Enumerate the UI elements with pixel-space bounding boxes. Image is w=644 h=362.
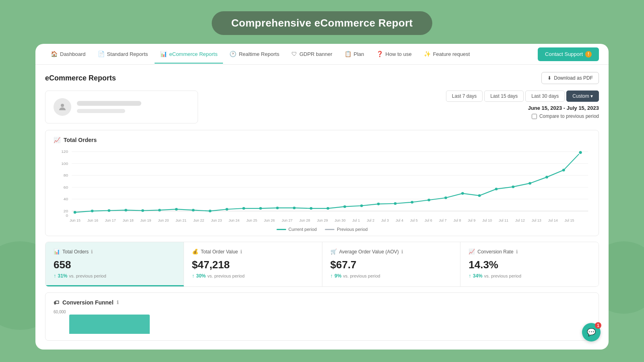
svg-text:120: 120: [61, 149, 68, 154]
svg-point-25: [259, 207, 262, 210]
aov-up-arrow: ↑: [330, 273, 333, 279]
nav-item-realtime-reports[interactable]: 🕐 Realtime Reports: [224, 45, 285, 64]
svg-point-27: [293, 207, 296, 210]
nav-item-how-to-use[interactable]: ❓ How to use: [371, 45, 417, 64]
svg-point-15: [91, 210, 94, 212]
cr-up-arrow: ↑: [469, 273, 471, 279]
nav-item-gdpr-banner[interactable]: 🛡 GDPR banner: [286, 45, 338, 64]
svg-text:40: 40: [64, 197, 68, 201]
funnel-bar-1: [69, 315, 150, 334]
funnel-info-icon[interactable]: ℹ: [117, 300, 119, 305]
trending-icon: 📈: [469, 249, 475, 255]
clock-icon: 🕐: [229, 51, 236, 57]
avatar: [54, 98, 71, 116]
kpi-aov-value: $67.7: [330, 259, 452, 271]
aov-info-icon[interactable]: ℹ: [401, 249, 403, 255]
nav-item-feature-request[interactable]: ✨ Feature request: [418, 45, 476, 64]
kpi-tov-label: 💰 Total Order Value ℹ: [192, 249, 314, 255]
svg-point-36: [444, 197, 447, 200]
funnel-icon: 🏷: [54, 299, 59, 306]
svg-point-30: [343, 205, 346, 208]
chat-badge: 1: [595, 322, 601, 329]
funnel-section: 🏷 Conversion Funnel ℹ 60,000: [45, 292, 599, 341]
content-header: eCommerce Reports ⬇ Download as PDF: [45, 72, 599, 84]
compare-checkbox[interactable]: Compare to previous period: [532, 113, 599, 119]
svg-point-33: [394, 202, 397, 205]
chart-title-label: Total Orders: [64, 137, 97, 143]
tov-info-icon[interactable]: ℹ: [240, 249, 242, 255]
svg-text:20: 20: [64, 209, 68, 213]
total-orders-info-icon[interactable]: ℹ: [91, 249, 93, 255]
svg-point-37: [461, 192, 464, 195]
page-title: eCommerce Reports: [45, 74, 116, 82]
cr-change-label: vs. previous period: [484, 274, 521, 278]
svg-point-35: [427, 199, 430, 202]
kpi-aov[interactable]: 🛒 Average Order Value (AOV) ℹ $67.7 ↑ 9%…: [322, 242, 461, 286]
chat-float-button[interactable]: 💬 1: [582, 323, 601, 341]
contact-support-button[interactable]: Contact Support !: [538, 47, 599, 61]
orders-change-label: vs. previous period: [69, 274, 106, 278]
nav-item-standard-reports[interactable]: 📄 Standard Reports: [92, 45, 154, 64]
main-card: 🏠 Dashboard 📄 Standard Reports 📊 eCommer…: [35, 44, 609, 350]
kpi-total-order-value[interactable]: 💰 Total Order Value ℹ $47,218 ↑ 30% vs. …: [184, 242, 322, 286]
nav-item-plan[interactable]: 📋 Plan: [339, 45, 370, 64]
cart-icon: 🛒: [330, 249, 337, 255]
svg-point-40: [512, 185, 514, 188]
date-range: June 15, 2023 - July 15, 2023: [528, 105, 599, 111]
nav-item-dashboard[interactable]: 🏠 Dashboard: [45, 45, 91, 64]
orders-up-arrow: ↑: [54, 273, 56, 279]
kpi-cr-change: ↑ 34% vs. previous period: [469, 273, 590, 279]
orders-icon: 📊: [54, 249, 60, 255]
svg-point-42: [545, 176, 548, 179]
profile-info: [77, 101, 190, 113]
svg-point-14: [74, 211, 76, 214]
nav-item-ecommerce-reports[interactable]: 📊 eCommerce Reports: [155, 45, 223, 64]
kpi-tov-value: $47,218: [192, 259, 314, 271]
chart-area: 120 100 80 60 40 20 0: [54, 147, 590, 224]
content-area: eCommerce Reports ⬇ Download as PDF: [35, 65, 609, 348]
total-orders-chart-section: 📈 Total Orders 120 100 80 60: [45, 130, 599, 236]
shield-icon: 🛡: [291, 51, 297, 57]
profile-line-2: [77, 109, 125, 113]
svg-text:80: 80: [64, 173, 68, 177]
nav-bar: 🏠 Dashboard 📄 Standard Reports 📊 eCommer…: [35, 44, 609, 65]
legend-previous-label: Previous period: [337, 227, 367, 232]
contact-support-label: Contact Support: [545, 51, 583, 57]
date-btn-7days[interactable]: Last 7 days: [446, 90, 483, 102]
nav-label-dashboard: Dashboard: [60, 51, 86, 57]
nav-label-standard-reports: Standard Reports: [107, 51, 148, 57]
nav-label-how-to-use: How to use: [386, 51, 412, 57]
kpi-total-orders-value: 658: [54, 259, 175, 271]
chart-title-icon: 📈: [54, 137, 60, 143]
orders-change-pct: 31%: [58, 273, 68, 279]
tov-change-pct: 30%: [196, 273, 206, 279]
kpi-conversion-rate[interactable]: 📈 Conversion Rate ℹ 14.3% ↑ 34% vs. prev…: [460, 242, 599, 286]
nav-label-feature-request: Feature request: [433, 51, 470, 57]
svg-point-39: [495, 188, 498, 191]
download-label: Download as PDF: [554, 75, 593, 81]
svg-point-26: [276, 207, 279, 210]
svg-point-43: [562, 169, 565, 172]
kpi-total-orders-label: 📊 Total Orders ℹ: [54, 249, 175, 255]
kpi-total-orders-change: ↑ 31% vs. previous period: [54, 273, 175, 279]
svg-point-16: [108, 209, 111, 212]
date-btn-30days[interactable]: Last 30 days: [525, 90, 565, 102]
date-btn-custom[interactable]: Custom ▾: [566, 90, 599, 102]
legend-swatch-current: [277, 229, 286, 230]
chart-icon: 📊: [160, 51, 167, 57]
chart-title: 📈 Total Orders: [54, 137, 590, 143]
svg-text:100: 100: [61, 161, 68, 166]
svg-point-41: [528, 182, 531, 185]
nav-label-plan: Plan: [354, 51, 364, 57]
header-title-bar: Comprehensive eCommerce Report: [0, 0, 644, 35]
svg-point-21: [192, 209, 195, 212]
kpi-aov-change: ↑ 9% vs. previous period: [330, 273, 452, 279]
nav-label-realtime-reports: Realtime Reports: [239, 51, 279, 57]
kpi-total-orders[interactable]: 📊 Total Orders ℹ 658 ↑ 31% vs. previous …: [45, 242, 184, 286]
download-pdf-button[interactable]: ⬇ Download as PDF: [541, 72, 599, 84]
compare-checkbox-input[interactable]: [532, 114, 537, 119]
nav-items: 🏠 Dashboard 📄 Standard Reports 📊 eCommer…: [45, 45, 538, 63]
cr-info-icon[interactable]: ℹ: [516, 249, 518, 255]
nav-label-ecommerce-reports: eCommerce Reports: [169, 51, 218, 57]
date-btn-15days[interactable]: Last 15 days: [484, 90, 524, 102]
